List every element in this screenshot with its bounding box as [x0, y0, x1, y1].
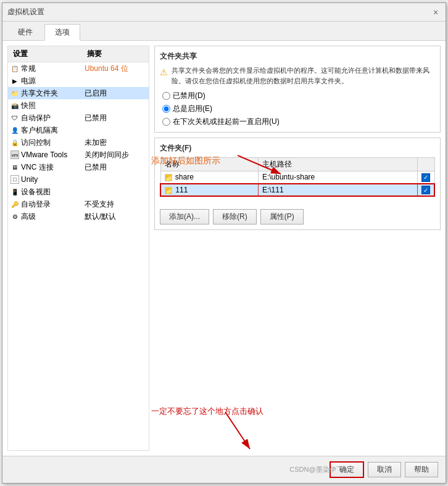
shared-folders-summary: 已启用 [85, 88, 146, 99]
access-control-icon: 🔒 [10, 138, 19, 147]
vmware-tools-label: VMware Tools [21, 150, 67, 159]
radio-always[interactable]: 总是启用(E) [162, 104, 435, 114]
row-111-name: 📁 111 [160, 184, 258, 197]
general-icon: 📋 [10, 64, 19, 73]
autologin-label: 自动登录 [21, 199, 51, 210]
vnc-icon: 🖥 [10, 163, 19, 171]
help-button[interactable]: 帮助 [405, 462, 438, 477]
general-summary: Ubuntu 64 位 [85, 64, 146, 74]
radio-until-off[interactable]: 在下次关机或挂起前一直启用(U) [162, 117, 435, 127]
advanced-label: 高级 [21, 212, 36, 222]
left-item-unity[interactable]: □ Unity [8, 173, 149, 186]
left-item-device-view[interactable]: 📱 设备视图 [8, 186, 149, 198]
confirm-annotation-text: 一定不要忘了这个地方点击确认 [151, 406, 263, 416]
col-name-header: 名称 [160, 158, 258, 171]
left-item-autologin[interactable]: 🔑 自动登录 不受支持 [8, 198, 149, 210]
autologin-icon: 🔑 [10, 200, 19, 208]
table-row[interactable]: 📁 111 E:\111 ✓ [160, 184, 434, 197]
radio-group: 已禁用(D) 总是启用(E) 在下次关机或挂起前一直启用(U) [162, 91, 435, 127]
snapshot-icon: 📸 [10, 101, 19, 110]
left-panel-header: 设置 摘要 [8, 46, 149, 62]
radio-disabled-label: 已禁用(D) [173, 91, 205, 101]
table-row[interactable]: 📁 share E:\ubuntu-share ✓ [160, 171, 434, 184]
autologin-summary: 不受支持 [85, 199, 146, 210]
folder-table: 名称 主机路径 📁 share E:\ubuntu-share [160, 157, 435, 197]
folder-sharing-title: 文件夹共享 [160, 51, 435, 62]
vnc-label: VNC 连接 [21, 162, 54, 173]
window-title: 虚拟机设置 [7, 7, 44, 17]
warning-text: 共享文件夹会将您的文件显示给虚拟机中的程序。这可能允许任意计算机和数据带来风险。… [172, 65, 435, 86]
device-view-label: 设备视图 [21, 187, 51, 197]
svg-line-3 [225, 412, 250, 449]
left-item-shared-folders[interactable]: 📁 共享文件夹 已启用 [8, 87, 149, 99]
checkbox-111[interactable]: ✓ [421, 186, 430, 194]
general-label: 常规 [21, 64, 36, 74]
radio-disabled-input[interactable] [162, 92, 170, 100]
vmware-tools-icon: vm [10, 150, 19, 159]
col-path-header: 主机路径 [258, 158, 417, 171]
left-item-autoprotect[interactable]: 🛡 自动保护 已禁用 [8, 112, 149, 124]
radio-always-input[interactable] [162, 105, 170, 113]
left-settings-panel: 设置 摘要 📋 常规 Ubuntu 64 位 ▶ 电源 📁 [7, 46, 149, 451]
row-111-check[interactable]: ✓ [418, 184, 435, 197]
radio-always-label: 总是启用(E) [173, 104, 212, 114]
row-share-check[interactable]: ✓ [418, 171, 435, 184]
folder-table-section: 文件夹(F) 名称 主机路径 📁 share [154, 138, 441, 230]
left-item-power[interactable]: ▶ 电源 [8, 75, 149, 87]
left-item-guest-isolation[interactable]: 👤 客户机隔离 [8, 124, 149, 136]
folder-111-icon: 📁 [165, 187, 172, 194]
unity-label: Unity [21, 175, 38, 184]
folder-sharing-section: 文件夹共享 ⚠ 共享文件夹会将您的文件显示给虚拟机中的程序。这可能允许任意计算机… [154, 46, 441, 133]
cancel-button[interactable]: 取消 [368, 462, 401, 477]
shared-folders-icon: 📁 [10, 89, 19, 97]
right-panel: 文件夹共享 ⚠ 共享文件夹会将您的文件显示给虚拟机中的程序。这可能允许任意计算机… [154, 46, 441, 451]
main-content: 设置 摘要 📋 常规 Ubuntu 64 位 ▶ 电源 📁 [2, 41, 446, 456]
autoprotect-label: 自动保护 [21, 113, 51, 123]
remove-button[interactable]: 移除(R) [213, 209, 257, 224]
shared-folders-label: 共享文件夹 [21, 88, 58, 99]
confirm-annotation: 一定不要忘了这个地方点击确认 [151, 406, 263, 417]
advanced-summary: 默认/默认 [85, 212, 146, 222]
title-bar: 虚拟机设置 × [2, 3, 446, 22]
folder-share-icon: 📁 [165, 174, 172, 181]
add-button[interactable]: 添加(A)... [160, 209, 209, 224]
radio-until-off-input[interactable] [162, 118, 170, 126]
confirm-arrow-svg [213, 406, 275, 455]
col-summary-header: 摘要 [85, 47, 146, 60]
guest-isolation-label: 客户机隔离 [21, 125, 58, 136]
close-button[interactable]: × [431, 7, 441, 17]
power-icon: ▶ [10, 76, 19, 85]
left-item-general[interactable]: 📋 常规 Ubuntu 64 位 [8, 62, 149, 75]
warning-icon: ⚠ [160, 66, 168, 86]
row-share-name: 📁 share [160, 171, 258, 184]
folder-section-title: 文件夹(F) [160, 143, 435, 154]
tab-options[interactable]: 选项 [44, 24, 80, 41]
left-item-access-control[interactable]: 🔒 访问控制 未加密 [8, 136, 149, 149]
checkbox-share[interactable]: ✓ [421, 173, 430, 182]
tab-hardware[interactable]: 硬件 [7, 24, 43, 40]
device-view-icon: 📱 [10, 187, 19, 196]
folder-buttons: 添加(A)... 移除(R) 属性(P) [160, 209, 435, 224]
vmware-tools-summary: 关闭时间同步 [85, 150, 146, 160]
row-share-path: E:\ubuntu-share [258, 171, 417, 184]
autoprotect-summary: 已禁用 [85, 113, 146, 123]
advanced-icon: ⚙ [10, 212, 19, 221]
radio-disabled[interactable]: 已禁用(D) [162, 91, 435, 101]
power-label: 电源 [21, 76, 36, 86]
access-control-label: 访问控制 [21, 138, 51, 148]
guest-isolation-icon: 👤 [10, 126, 19, 134]
left-item-vmware-tools[interactable]: vm VMware Tools 关闭时间同步 [8, 149, 149, 161]
watermark-label: CSDN@墨染伊飞~ [289, 465, 347, 474]
radio-until-off-label: 在下次关机或挂起前一直启用(U) [173, 117, 280, 127]
row-111-path: E:\111 [258, 184, 417, 197]
left-item-advanced[interactable]: ⚙ 高级 默认/默认 [8, 210, 149, 223]
left-item-vnc[interactable]: 🖥 VNC 连接 已禁用 [8, 161, 149, 173]
properties-button[interactable]: 属性(P) [260, 209, 304, 224]
col-setting-header: 设置 [10, 47, 85, 60]
autoprotect-icon: 🛡 [10, 113, 19, 122]
left-item-snapshot[interactable]: 📸 快照 [8, 99, 149, 112]
bottom-bar: CSDN@墨染伊飞~ 确定 取消 帮助 [2, 456, 446, 483]
vnc-summary: 已禁用 [85, 162, 146, 173]
main-window: 虚拟机设置 × 硬件 选项 设置 摘要 📋 常规 Ubuntu 64 位 [2, 2, 446, 484]
access-control-summary: 未加密 [85, 138, 146, 148]
